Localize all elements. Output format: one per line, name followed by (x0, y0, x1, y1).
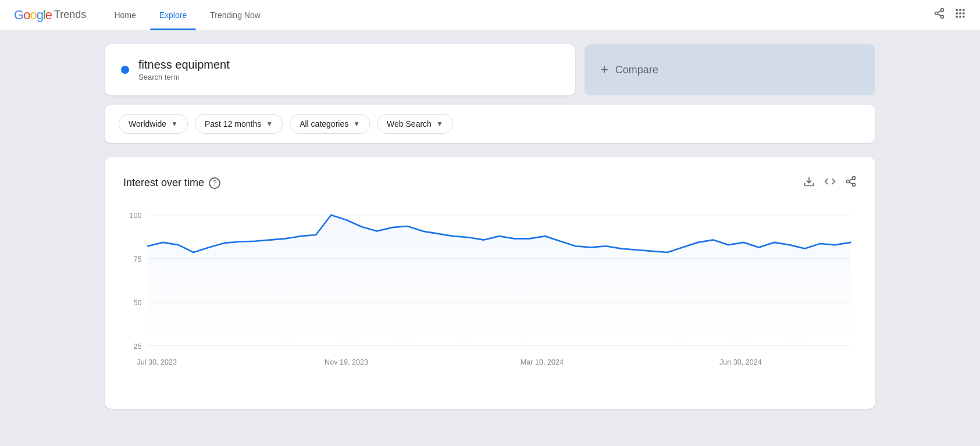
filter-search-type-label: Web Search (387, 119, 432, 129)
logo-area: Google Trends (14, 8, 86, 23)
nav-trending[interactable]: Trending Now (201, 0, 270, 30)
search-term-type: Search term (138, 73, 230, 81)
svg-rect-5 (956, 9, 958, 11)
chart-actions (803, 176, 857, 190)
chevron-down-icon: ▼ (266, 120, 273, 128)
share-chart-icon[interactable] (845, 176, 857, 190)
search-term-card: fitness equipment Search term (105, 44, 575, 95)
x-label-jun: Jun 30, 2024 (719, 358, 762, 366)
chart-title-area: Interest over time ? (123, 177, 220, 189)
svg-rect-9 (959, 12, 961, 14)
x-label-mar: Mar 10, 2024 (521, 358, 564, 366)
svg-line-4 (938, 10, 941, 12)
chart-container: 100 75 50 25 Jul 30, 2023 Nov 19, 2023 M… (123, 209, 857, 386)
y-label-75: 75 (134, 255, 142, 263)
trend-chart: 100 75 50 25 Jul 30, 2023 Nov 19, 2023 M… (123, 209, 857, 383)
svg-rect-12 (959, 16, 961, 17)
svg-rect-13 (963, 16, 964, 17)
search-term-name: fitness equipment (138, 58, 230, 72)
chevron-down-icon: ▼ (353, 120, 360, 128)
x-label-jul: Jul 30, 2023 (137, 358, 177, 366)
filter-category[interactable]: All categories ▼ (290, 114, 370, 134)
svg-rect-7 (963, 9, 964, 11)
grid-menu-icon[interactable] (954, 8, 966, 22)
header: Google Trends Home Explore Trending Now (0, 0, 980, 30)
filter-search-type[interactable]: Web Search ▼ (377, 114, 453, 134)
svg-point-2 (941, 15, 944, 18)
svg-line-3 (938, 14, 941, 16)
y-label-25: 25 (134, 342, 142, 351)
filter-period[interactable]: Past 12 months ▼ (195, 114, 283, 134)
svg-point-15 (853, 177, 856, 180)
svg-point-16 (847, 180, 850, 183)
x-label-nov: Nov 19, 2023 (325, 358, 368, 366)
svg-rect-6 (959, 9, 961, 11)
filter-period-label: Past 12 months (205, 119, 261, 129)
y-label-100: 100 (129, 211, 141, 220)
header-right (933, 8, 966, 22)
y-label-50: 50 (134, 298, 142, 307)
filter-region-label: Worldwide (129, 119, 166, 129)
chart-title: Interest over time (123, 177, 204, 189)
download-icon[interactable] (803, 176, 815, 190)
trend-area (148, 215, 850, 346)
filter-category-label: All categories (300, 119, 348, 129)
compare-plus-icon: + (601, 62, 608, 77)
chevron-down-icon: ▼ (171, 120, 178, 128)
share-icon[interactable] (933, 8, 945, 22)
filter-region[interactable]: Worldwide ▼ (119, 114, 188, 134)
search-compare-area: fitness equipment Search term + Compare (105, 44, 875, 95)
main-nav: Home Explore Trending Now (105, 0, 269, 30)
svg-line-18 (849, 182, 853, 184)
svg-rect-11 (956, 16, 958, 17)
help-icon[interactable]: ? (209, 177, 220, 189)
svg-rect-8 (956, 12, 958, 14)
main-content: fitness equipment Search term + Compare … (0, 30, 980, 423)
term-text-area: fitness equipment Search term (138, 58, 230, 81)
nav-home[interactable]: Home (105, 0, 145, 30)
svg-point-17 (853, 183, 856, 186)
term-indicator-dot (121, 66, 129, 74)
svg-point-1 (935, 12, 938, 15)
embed-icon[interactable] (824, 176, 836, 190)
compare-label: Compare (615, 64, 658, 76)
svg-point-0 (941, 9, 944, 12)
trends-label: Trends (54, 9, 86, 21)
filters-card: Worldwide ▼ Past 12 months ▼ All categor… (105, 105, 875, 143)
chart-card: Interest over time ? (105, 157, 875, 409)
compare-card[interactable]: + Compare (585, 44, 875, 95)
nav-explore[interactable]: Explore (150, 0, 196, 30)
google-logo: Google (14, 8, 52, 23)
chart-header: Interest over time ? (123, 176, 857, 190)
chevron-down-icon: ▼ (436, 120, 443, 128)
svg-line-19 (849, 179, 853, 180)
svg-rect-10 (963, 12, 964, 14)
